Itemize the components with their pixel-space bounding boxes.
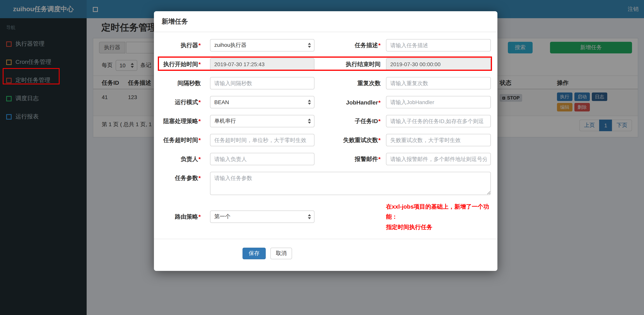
fail-retry-label: 失败重试次数* [314,136,380,144]
form-row-interval-repeat: 间隔秒数 重复次数 [154,77,498,89]
required-star: * [198,42,201,48]
required-star: * [198,155,201,162]
modal-footer: 保存 取消 [242,248,498,259]
modal-title: 新增任务 [162,18,188,25]
interval-label: 间隔秒数 [154,80,201,87]
job-desc-input[interactable] [386,39,491,52]
form-row-timeout-retry: 任务超时时间* 失败重试次数* [154,134,498,146]
timeout-label: 任务超时时间* [154,136,201,144]
job-handler-label: JobHandler* [314,99,380,105]
save-button[interactable]: 保存 [242,248,266,259]
job-handler-input[interactable] [386,96,491,108]
end-time-label: 执行结束时间 [314,61,380,68]
select-arrows-icon [308,43,311,48]
block-strategy-select[interactable]: 单机串行 [210,115,314,127]
required-star: * [378,42,380,48]
job-desc-label: 任务描述* [314,42,380,49]
form-row-block-childjob: 阻塞处理策略* 单机串行 子任务ID* [154,115,498,127]
repeat-count-input[interactable] [386,77,491,89]
modal-divider [154,239,498,239]
screen: zuihou任务调度中心 注销 导航 执行器管理 Cron任务管理 定时任务管理… [0,0,644,315]
repeat-count-label: 重复次数 [314,80,380,87]
block-strategy-label: 阻塞处理策略* [154,117,201,125]
alarm-email-label: 报警邮件* [314,155,380,163]
required-star: * [198,213,201,220]
modal-body: 执行器* zuihou执行器 任务描述* 执行开始时间* 执行结束时间 间隔秒数… [154,32,498,259]
end-time-input[interactable] [386,58,491,70]
run-mode-select[interactable]: BEAN [210,96,314,108]
owner-input[interactable] [210,153,314,165]
interval-input[interactable] [210,77,314,89]
add-task-modal: 新增任务 执行器* zuihou执行器 任务描述* 执行开始时间* 执行结束时间… [154,11,498,271]
run-mode-select-value: BEAN [214,99,229,105]
cancel-button[interactable]: 取消 [270,248,292,259]
route-strategy-label: 路由策略* [154,213,201,221]
required-star: * [198,61,201,67]
run-mode-label: 运行模式* [154,99,201,106]
timeout-input[interactable] [210,134,314,146]
select-arrows-icon [308,214,311,219]
select-arrows-icon [308,119,311,124]
start-time-label: 执行开始时间* [154,61,201,68]
start-time-input[interactable] [210,58,314,70]
route-strategy-select[interactable]: 第一个 [210,211,314,223]
fail-retry-input[interactable] [386,134,491,146]
child-job-id-input[interactable] [386,115,491,127]
form-row-executor-desc: 执行器* zuihou执行器 任务描述* [154,39,498,52]
select-arrows-icon [308,100,311,105]
required-star: * [378,117,380,124]
feature-note: 在xxl-jobs项目的基础上，新增了一个功能： 指定时间执行任务 [386,202,498,232]
required-star: * [198,175,201,181]
required-star: * [378,136,380,143]
block-strategy-select-value: 单机串行 [214,118,236,125]
feature-note-line2: 指定时间执行任务 [386,222,498,232]
alarm-email-input[interactable] [386,153,491,165]
required-star: * [198,99,201,105]
form-row-job-param: 任务参数* [154,172,498,195]
route-strategy-select-value: 第一个 [214,213,230,220]
executor-label: 执行器* [154,42,201,49]
modal-header: 新增任务 [154,11,498,32]
executor-select-value: zuihou执行器 [214,42,246,49]
executor-select[interactable]: zuihou执行器 [210,39,314,52]
form-row-times: 执行开始时间* 执行结束时间 [154,58,498,70]
required-star: * [378,99,380,105]
owner-label: 负责人* [154,155,201,163]
job-param-textarea[interactable] [210,172,491,195]
required-star: * [198,117,201,124]
form-row-route-strategy: 路由策略* 第一个 在xxl-jobs项目的基础上，新增了一个功能： 指定时间执… [154,202,498,232]
feature-note-line1: 在xxl-jobs项目的基础上，新增了一个功能： [386,202,498,222]
required-star: * [198,136,201,143]
required-star: * [378,155,380,162]
form-row-runmode-handler: 运行模式* BEAN JobHandler* [154,96,498,108]
form-row-owner-email: 负责人* 报警邮件* [154,153,498,165]
child-job-id-label: 子任务ID* [314,117,380,125]
job-param-label: 任务参数* [154,172,201,182]
